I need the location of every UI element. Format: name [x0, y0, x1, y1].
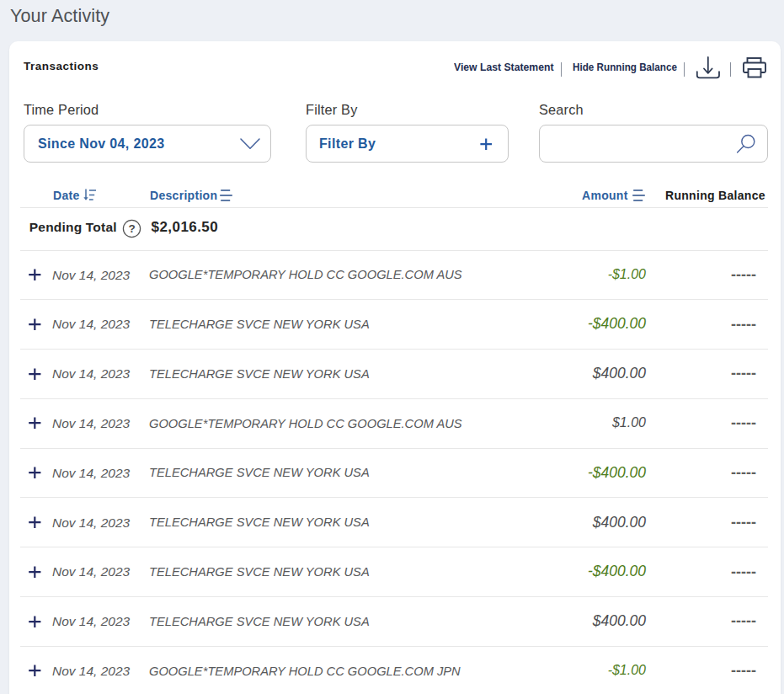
- svg-text:?: ?: [128, 222, 135, 235]
